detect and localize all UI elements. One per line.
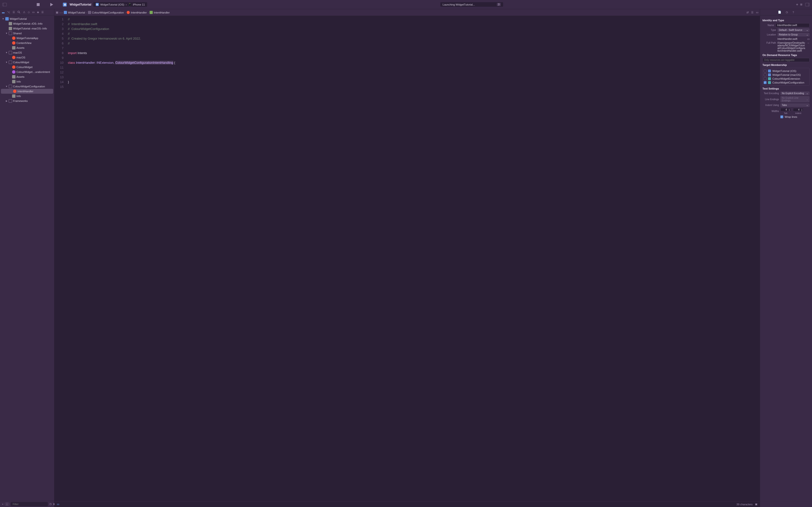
nav-forward-button[interactable]: › xyxy=(62,11,63,14)
type-select[interactable]: Default - Swift Source ⌄ xyxy=(777,28,810,32)
stepper-down-icon[interactable]: ▼ xyxy=(788,110,791,111)
disclosure-icon[interactable]: ▼ xyxy=(2,18,4,20)
tab-width-stepper[interactable]: ▲▼ xyxy=(780,108,791,112)
tree-row[interactable]: WidgetTutorialApp xyxy=(0,36,54,41)
target-row[interactable]: WidgetTutorial (macOS) xyxy=(764,73,808,77)
breadcrumb-item[interactable]: IntentHandler xyxy=(131,11,147,14)
tab-width-input[interactable] xyxy=(780,108,788,111)
name-field[interactable] xyxy=(775,23,810,27)
code-line[interactable]: class IntentHandler: INExtension, Colour… xyxy=(68,60,760,65)
code-line[interactable]: // IntentHandler.swift xyxy=(68,22,760,26)
target-row[interactable]: WidgetTutorial (iOS) xyxy=(764,69,808,73)
location-select[interactable]: Relative to Group ⌄ xyxy=(777,33,810,37)
reveal-finder-button[interactable]: → xyxy=(807,42,810,44)
tree-row[interactable]: WidgetTutorial--iOS--Info xyxy=(0,21,54,26)
encoding-select[interactable]: No Explicit Encoding ⌄ xyxy=(780,92,810,95)
library-button[interactable]: ⊞ xyxy=(800,3,802,6)
report-navigator-tab[interactable]: ☰ xyxy=(41,11,44,14)
tree-row[interactable]: Assets xyxy=(0,74,54,79)
code-line[interactable]: // xyxy=(68,32,760,36)
project-navigator-tab[interactable]: ▬ xyxy=(2,11,5,14)
add-file-button[interactable]: + xyxy=(2,503,3,506)
issue-navigator-tab[interactable]: ⚠ xyxy=(23,11,26,14)
tree-row[interactable]: ColourWidget xyxy=(0,65,54,69)
related-items-button[interactable]: ▦ xyxy=(56,11,58,14)
find-navigator-tab[interactable] xyxy=(17,11,20,14)
issue-badge[interactable]: 3 xyxy=(497,3,501,6)
disclosure-icon[interactable]: ▼ xyxy=(5,61,8,63)
activity-status[interactable]: Launching WidgetTutorial... 3 xyxy=(440,2,503,7)
tree-row[interactable]: ▶Frameworks xyxy=(0,99,54,103)
tree-row[interactable]: ContentView xyxy=(0,41,54,45)
code-line[interactable] xyxy=(68,65,760,70)
stop-button[interactable] xyxy=(37,3,40,6)
toggle-navigator-button[interactable] xyxy=(2,3,7,6)
disclosure-icon[interactable]: ▼ xyxy=(5,51,8,54)
folder-picker-button[interactable]: ▭ xyxy=(807,38,810,41)
help-inspector-tab[interactable]: ? xyxy=(793,11,794,14)
code-line[interactable]: } xyxy=(68,80,760,84)
history-inspector-tab[interactable]: ◷ xyxy=(785,11,788,14)
nav-back-button[interactable]: ‹ xyxy=(60,11,61,14)
code-line[interactable]: import Intents xyxy=(68,51,760,56)
breadcrumb[interactable]: WidgetTutorial›ColourWidgetConfiguration… xyxy=(64,11,170,14)
tree-row[interactable]: Info xyxy=(0,79,54,84)
code-line[interactable]: // xyxy=(68,17,760,22)
disclosure-icon[interactable]: ▼ xyxy=(5,85,8,88)
tree-row[interactable]: Info xyxy=(0,94,54,99)
target-checkbox[interactable] xyxy=(764,77,767,80)
tree-row[interactable]: Assets xyxy=(0,45,54,50)
tree-row[interactable]: macOS xyxy=(0,55,54,60)
tree-row[interactable]: IntentHandler xyxy=(1,89,53,94)
code-line[interactable] xyxy=(68,84,760,89)
wrap-lines-checkbox[interactable]: ✓ xyxy=(780,115,783,118)
code-line[interactable] xyxy=(68,75,760,80)
tree-row[interactable]: ▼ColourWidgetConfiguration xyxy=(0,84,54,89)
debug-bar-button[interactable]: ▭ xyxy=(57,503,59,506)
target-row[interactable]: ColourWidgetExtension xyxy=(764,77,808,80)
tree-row[interactable]: ▼macOS xyxy=(0,50,54,55)
run-button[interactable] xyxy=(50,3,53,6)
indent-width-input[interactable] xyxy=(793,108,800,111)
target-row[interactable]: ✓ColourWidgetConfiguration xyxy=(764,80,808,84)
code-line[interactable] xyxy=(68,46,760,51)
breadcrumb-item[interactable]: IntentHandler xyxy=(154,11,170,14)
tree-row[interactable]: ▼Shared xyxy=(0,31,54,36)
code-editor[interactable]: 123456789101112131415 //// IntentHandler… xyxy=(54,16,760,507)
scheme-selector[interactable]: ▦ WidgetTutorial (iOS) › 📱 iPhone 11 xyxy=(93,2,147,7)
breadcrumb-item[interactable]: ColourWidgetConfiguration xyxy=(92,11,124,14)
add-editor-button[interactable]: ▭ xyxy=(756,11,758,14)
target-checkbox[interactable] xyxy=(764,73,767,76)
toggle-debug-area-button[interactable]: ▣ xyxy=(755,503,757,506)
lineend-select[interactable]: No Explicit Line Endings ⌄ xyxy=(780,96,810,102)
editor-options-button[interactable]: ⇄ xyxy=(747,11,749,14)
target-checkbox[interactable] xyxy=(764,69,767,72)
target-checkbox[interactable]: ✓ xyxy=(764,81,767,84)
disclosure-icon[interactable]: ▼ xyxy=(5,32,8,35)
breadcrumb-item[interactable]: WidgetTutorial xyxy=(68,11,85,14)
code-line[interactable] xyxy=(68,70,760,75)
code-line[interactable] xyxy=(68,56,760,60)
recent-filter-button[interactable]: ◷ xyxy=(49,502,52,506)
disclosure-icon[interactable]: ▶ xyxy=(5,100,8,102)
code-line[interactable]: // xyxy=(68,41,760,46)
breakpoint-navigator-tab[interactable]: ◈ xyxy=(37,11,39,14)
project-tree[interactable]: ▼WidgetTutorialWidgetTutorial--iOS--Info… xyxy=(0,15,54,501)
tree-row[interactable]: WidgetTutorial--macOS--Info xyxy=(0,26,54,31)
filter-input[interactable] xyxy=(11,502,48,506)
debug-navigator-tab[interactable]: ▭ xyxy=(32,11,35,14)
tree-row[interactable]: ColourWidget…urationIntent xyxy=(0,69,54,74)
code-line[interactable]: // Created by Gregor Hermanowski on 6. A… xyxy=(68,36,760,41)
indent-width-stepper[interactable]: ▲▼ xyxy=(793,108,804,112)
code-line[interactable]: // ColourWidgetConfiguration xyxy=(68,26,760,32)
test-navigator-tab[interactable]: ◇ xyxy=(28,11,30,14)
stepper-down-icon[interactable]: ▼ xyxy=(800,110,803,111)
add-button[interactable]: + xyxy=(796,2,798,7)
symbol-navigator-tab[interactable]: ☰ xyxy=(12,11,15,14)
tree-row[interactable]: ▼WidgetTutorial xyxy=(0,16,54,21)
file-inspector-tab[interactable]: 📄 xyxy=(778,11,781,14)
tree-row[interactable]: ▼ColourWidget xyxy=(0,60,54,65)
indent-select[interactable]: Tabs ⌄ xyxy=(780,103,810,107)
code-content[interactable]: //// IntentHandler.swift// ColourWidgetC… xyxy=(66,16,760,501)
source-control-tab[interactable]: ⌥ xyxy=(7,11,10,14)
